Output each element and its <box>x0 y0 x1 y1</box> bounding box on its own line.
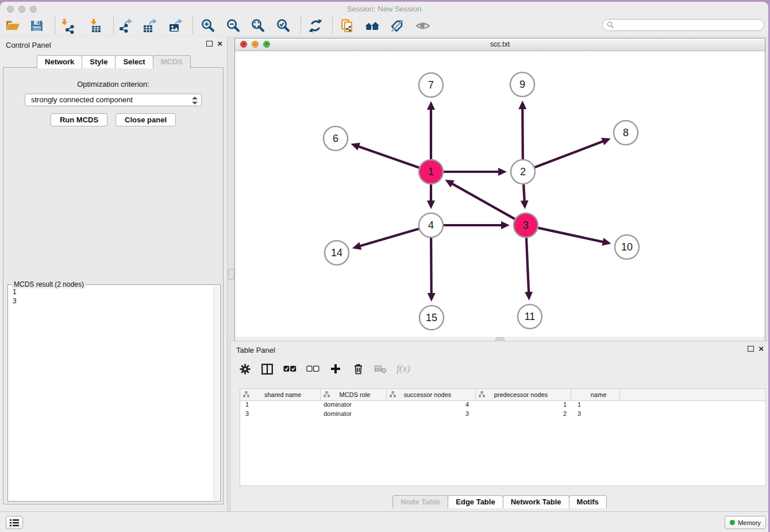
tab-node-table[interactable]: Node Table <box>392 495 448 508</box>
memory-button[interactable]: Memory <box>725 516 766 529</box>
graph-node-label: 6 <box>333 133 338 144</box>
zoom-selected-icon[interactable] <box>274 17 293 34</box>
export-table-icon[interactable] <box>140 17 160 34</box>
tab-network-table[interactable]: Network Table <box>503 495 569 508</box>
column-header-name[interactable]: name <box>571 389 620 400</box>
tab-network[interactable]: Network <box>37 55 82 68</box>
cell-shared-name: 3 <box>240 410 321 419</box>
close-panel-icon[interactable]: × <box>217 40 222 47</box>
graph-edge-1-6[interactable] <box>358 147 419 168</box>
run-mcds-button[interactable]: Run MCDS <box>51 113 107 126</box>
table-settings-icon[interactable] <box>238 364 251 375</box>
control-panel-tabs: Network Style Select MCDS <box>0 55 227 68</box>
graph-node-label: 8 <box>623 127 629 138</box>
zoom-fit-icon[interactable] <box>248 17 268 34</box>
duplicate-network-icon[interactable] <box>337 17 357 34</box>
home-view-icon[interactable] <box>363 17 382 34</box>
graph-edge-arrowhead <box>351 143 360 151</box>
graph-edge-arrowhead <box>521 201 529 209</box>
graph-edge-3-10[interactable] <box>538 228 604 242</box>
delete-row-icon[interactable] <box>352 363 364 375</box>
split-divider-handle[interactable] <box>228 269 234 280</box>
network-window-title: scc.txt <box>235 40 765 48</box>
memory-label: Memory <box>738 519 761 526</box>
criterion-value: strongly connected component <box>31 95 133 104</box>
task-history-button[interactable] <box>6 516 23 529</box>
table-panel-tabs: Node Table Edge Table Network Table Moti… <box>230 495 768 508</box>
table-row[interactable]: 3 dominator 3 2 3 <box>240 410 765 419</box>
zoom-in-icon[interactable] <box>198 17 218 34</box>
graph-edge-3-1[interactable] <box>452 183 515 219</box>
cell-name: 1 <box>571 401 620 410</box>
graph-node-label: 11 <box>525 311 536 322</box>
table-panel: Table Panel × <box>230 341 768 511</box>
import-table-icon[interactable] <box>86 17 105 34</box>
network-view-window: × − + scc.txt 7968124314101511 <box>234 38 765 341</box>
save-session-icon[interactable] <box>27 17 47 34</box>
result-scrollbar[interactable] <box>213 286 219 500</box>
search-input[interactable] <box>617 21 764 30</box>
mcds-result-title: MCDS result (2 nodes) <box>12 280 86 288</box>
import-network-icon[interactable] <box>58 17 78 34</box>
apply-layout-icon[interactable] <box>306 17 325 34</box>
search-icon <box>607 21 614 29</box>
control-panel: Control Panel × Network Style Select MCD… <box>0 36 228 511</box>
application-window: Session: New Session <box>0 2 768 532</box>
tab-mcds[interactable]: MCDS <box>153 55 191 68</box>
graph-edge-2-3[interactable] <box>523 184 525 202</box>
tab-style[interactable]: Style <box>82 55 116 68</box>
graph-node-label: 2 <box>520 166 526 178</box>
close-panel-button[interactable]: Close panel <box>116 113 176 126</box>
tab-select[interactable]: Select <box>115 55 153 68</box>
graph-edge-4-14[interactable] <box>359 229 419 246</box>
select-stepper-icon <box>192 96 198 105</box>
control-panel-title: Control Panel <box>6 41 51 49</box>
toolbar-separator <box>192 17 193 34</box>
column-header-successor-nodes[interactable]: successor nodes <box>387 389 476 400</box>
float-panel-icon[interactable] <box>206 41 213 47</box>
graph-edge-arrowhead <box>498 168 507 176</box>
result-line: 3 <box>13 296 215 306</box>
hide-labels-icon[interactable] <box>387 17 407 34</box>
graph-node-label: 4 <box>428 219 434 231</box>
select-all-icon[interactable] <box>283 365 297 372</box>
deselect-all-icon[interactable] <box>306 365 319 372</box>
main-toolbar <box>0 16 768 36</box>
table-row[interactable]: 1 dominator 4 1 1 <box>240 401 765 410</box>
graph-edge-3-11[interactable] <box>526 238 529 293</box>
table-panel-title: Table Panel <box>236 346 275 354</box>
cell-predecessor-nodes: 2 <box>476 410 571 419</box>
graph-edge-arrowhead <box>501 221 510 229</box>
graph-edge-4-15[interactable] <box>431 238 432 294</box>
function-builder-icon: f(x) <box>396 363 410 375</box>
open-session-icon[interactable] <box>3 17 22 34</box>
search-box[interactable] <box>602 19 764 31</box>
graph-edge-arrowhead <box>352 242 361 249</box>
toolbar-separator <box>55 17 55 34</box>
show-graphics-details-icon[interactable] <box>413 17 433 34</box>
network-hscrollbar[interactable] <box>235 337 765 341</box>
graph-edge-2-8[interactable] <box>535 141 604 168</box>
cell-name: 3 <box>571 410 620 419</box>
table-header-row: shared name MCDS role successor nodes pr… <box>240 389 765 401</box>
zoom-out-icon[interactable] <box>224 17 243 34</box>
criterion-select[interactable]: strongly connected component <box>25 94 202 106</box>
show-columns-icon[interactable] <box>261 364 274 375</box>
float-panel-icon[interactable] <box>748 346 754 352</box>
graph-edge-2-9[interactable] <box>522 108 523 159</box>
graph-edge-arrowhead <box>427 201 435 209</box>
column-header-shared-name[interactable]: shared name <box>240 389 321 400</box>
column-header-predecessor-nodes[interactable]: predecessor nodes <box>476 389 571 400</box>
cell-predecessor-nodes: 1 <box>476 401 571 410</box>
mcds-panel: Optimization criterion: strongly connect… <box>3 67 224 504</box>
export-image-icon[interactable] <box>165 17 185 34</box>
cell-successor-nodes: 3 <box>387 410 476 419</box>
graph-edge-arrowhead <box>602 238 611 246</box>
tab-edge-table[interactable]: Edge Table <box>448 495 503 508</box>
network-canvas[interactable]: 7968124314101511 <box>235 51 765 337</box>
add-row-icon[interactable] <box>329 364 342 374</box>
tab-motifs[interactable]: Motifs <box>569 495 607 508</box>
column-header-mcds-role[interactable]: MCDS role <box>321 389 387 400</box>
close-panel-icon[interactable]: × <box>759 345 764 352</box>
export-network-icon[interactable] <box>116 17 135 34</box>
